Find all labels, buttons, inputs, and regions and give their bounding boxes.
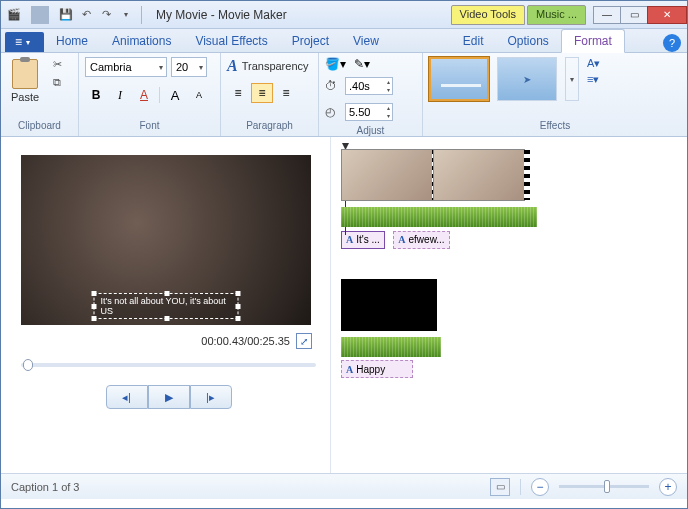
duration-spinner[interactable]: ◴ 5.50 <box>325 103 393 121</box>
audio-track[interactable] <box>341 207 537 227</box>
duration-icon: ◴ <box>325 105 341 119</box>
align-center-button[interactable]: ≡ <box>251 83 273 103</box>
audio-track[interactable] <box>341 337 441 357</box>
paste-button[interactable]: Paste <box>7 57 43 105</box>
cut-icon[interactable]: ✂ <box>49 57 65 71</box>
ribbon-tabs: ≡▾ Home Animations Visual Effects Projec… <box>1 29 687 53</box>
app-icon: 🎬 <box>5 6 23 24</box>
caption-edit-box[interactable]: It's not all about YOU, it's about US <box>94 293 239 319</box>
window-controls: — ▭ ✕ <box>594 6 687 24</box>
font-size-combo[interactable]: 20 <box>171 57 207 77</box>
window-title: My Movie - Movie Maker <box>156 8 287 22</box>
video-clip[interactable] <box>433 149 525 201</box>
preview-video[interactable]: It's not all about YOU, it's about US <box>21 155 311 325</box>
video-track[interactable] <box>341 279 441 331</box>
bold-button[interactable]: B <box>85 85 107 105</box>
seek-thumb[interactable] <box>23 359 33 371</box>
file-tab[interactable]: ≡▾ <box>5 32 44 52</box>
group-effects: ➤ ▾ A▾ ≡▾ Effects <box>423 53 687 136</box>
group-label: Effects <box>429 120 681 134</box>
transparency-icon: A <box>227 57 238 75</box>
timeline-pane: AIt's ... Aefwew... AHappy <box>331 137 687 473</box>
outline-size-icon[interactable]: ≡▾ <box>587 73 600 86</box>
zoom-thumb[interactable] <box>604 480 610 493</box>
maximize-button[interactable]: ▭ <box>620 6 648 24</box>
tab-animations[interactable]: Animations <box>100 30 183 52</box>
prev-frame-button[interactable]: ◂| <box>106 385 148 409</box>
divider <box>31 6 49 24</box>
tab-home[interactable]: Home <box>44 30 100 52</box>
clock-icon: ⏱ <box>325 79 341 93</box>
status-bar: Caption 1 of 3 ▭ − + <box>1 473 687 499</box>
tab-visual-effects[interactable]: Visual Effects <box>183 30 279 52</box>
next-frame-button[interactable]: |▸ <box>190 385 232 409</box>
view-toggle-button[interactable]: ▭ <box>490 478 510 496</box>
video-clip[interactable] <box>341 279 437 331</box>
transparency-button[interactable]: A Transparency <box>227 57 309 75</box>
group-clipboard: Paste ✂ ⧉ Clipboard <box>1 53 79 136</box>
effect-scroll[interactable]: ➤ <box>497 57 557 101</box>
qat-dropdown-icon[interactable]: ▾ <box>117 6 135 24</box>
edit-text-icon[interactable]: ✎▾ <box>354 57 370 71</box>
clipboard-icon <box>12 59 38 89</box>
minimize-button[interactable]: — <box>593 6 621 24</box>
zoom-out-button[interactable]: − <box>531 478 549 496</box>
font-color-button[interactable]: A <box>133 85 155 105</box>
italic-button[interactable]: I <box>109 85 131 105</box>
playback-controls: ◂| ▶ |▸ <box>21 385 316 409</box>
video-clip[interactable] <box>341 149 433 201</box>
group-adjust: 🪣▾ ✎▾ ⏱ .40s ◴ 5.50 Adjust <box>319 53 423 136</box>
group-label: Clipboard <box>7 120 72 134</box>
caption-text: It's not all about YOU, it's about US <box>101 296 226 316</box>
workspace: It's not all about YOU, it's about US 00… <box>1 137 687 473</box>
redo-icon[interactable]: ↷ <box>97 6 115 24</box>
tab-edit[interactable]: Edit <box>451 30 496 52</box>
tab-project[interactable]: Project <box>280 30 341 52</box>
duration-value[interactable]: 5.50 <box>345 103 393 121</box>
timecode-row: 00:00.43/00:25.35 ⤢ <box>21 333 316 349</box>
shrink-font-button[interactable]: A <box>188 85 210 105</box>
paste-label: Paste <box>11 91 39 103</box>
chevron-down-icon: ▾ <box>26 38 30 47</box>
zoom-slider[interactable] <box>559 485 649 488</box>
tab-options[interactable]: Options <box>496 30 561 52</box>
ribbon: Paste ✂ ⧉ Clipboard Cambria 20 B I A A A <box>1 53 687 137</box>
title-bar: 🎬 💾 ↶ ↷ ▾ My Movie - Movie Maker Video T… <box>1 1 687 29</box>
context-tab-music[interactable]: Music ... <box>527 5 586 25</box>
start-time-spinner[interactable]: ⏱ .40s <box>325 77 393 95</box>
effects-more-button[interactable]: ▾ <box>565 57 579 101</box>
undo-icon[interactable]: ↶ <box>77 6 95 24</box>
preview-pane: It's not all about YOU, it's about US 00… <box>1 137 331 473</box>
timecode: 00:00.43/00:25.35 <box>201 335 290 347</box>
tab-format[interactable]: Format <box>561 29 625 53</box>
font-family-combo[interactable]: Cambria <box>85 57 167 77</box>
group-paragraph: A Transparency ≡ ≡ ≡ Paragraph <box>221 53 319 136</box>
zoom-in-button[interactable]: + <box>659 478 677 496</box>
align-left-button[interactable]: ≡ <box>227 83 249 103</box>
group-label: Font <box>85 120 214 134</box>
grow-font-button[interactable]: A <box>164 85 186 105</box>
group-font: Cambria 20 B I A A A Font <box>79 53 221 136</box>
copy-icon[interactable]: ⧉ <box>49 75 65 89</box>
start-time-value[interactable]: .40s <box>345 77 393 95</box>
play-button[interactable]: ▶ <box>148 385 190 409</box>
caption-clip[interactable]: AHappy <box>341 360 413 378</box>
close-button[interactable]: ✕ <box>647 6 687 24</box>
caption-clip[interactable]: Aefwew... <box>393 231 449 249</box>
tab-view[interactable]: View <box>341 30 391 52</box>
file-menu-icon: ≡ <box>15 35 22 49</box>
caption-counter: Caption 1 of 3 <box>11 481 80 493</box>
outline-color-icon[interactable]: A▾ <box>587 57 600 70</box>
group-label: Adjust <box>325 125 416 136</box>
seek-bar[interactable] <box>21 363 316 367</box>
effect-none[interactable] <box>429 57 489 101</box>
help-button[interactable]: ? <box>663 34 681 52</box>
background-color-icon[interactable]: 🪣▾ <box>325 57 346 71</box>
context-tab-video-tools[interactable]: Video Tools <box>451 5 525 25</box>
video-track[interactable] <box>341 149 537 201</box>
divider <box>141 6 142 24</box>
caption-clip[interactable]: AIt's ... <box>341 231 385 249</box>
fullscreen-button[interactable]: ⤢ <box>296 333 312 349</box>
align-right-button[interactable]: ≡ <box>275 83 297 103</box>
save-icon[interactable]: 💾 <box>57 6 75 24</box>
